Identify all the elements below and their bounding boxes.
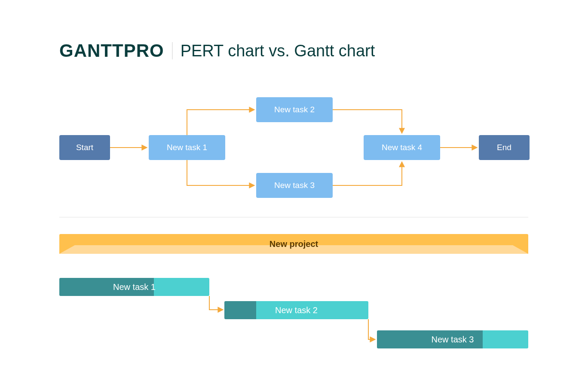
- pert-node-task2: New task 2: [256, 97, 333, 122]
- logo: GANTTPRO: [59, 40, 164, 61]
- page-title: PERT chart vs. Gantt chart: [181, 42, 375, 60]
- gantt-project-bar: New project: [59, 234, 528, 254]
- gantt-connector-2-3: [368, 319, 375, 339]
- header-divider: [172, 42, 173, 59]
- gantt-bar-label: New task 2: [224, 305, 368, 315]
- arrow-t1-t2: [187, 110, 254, 135]
- section-separator: [59, 217, 528, 218]
- gantt-bar-2: New task 2: [224, 301, 368, 319]
- pert-node-task1: New task 1: [149, 135, 225, 160]
- pert-node-label: Start: [76, 143, 93, 152]
- pert-node-label: New task 4: [382, 143, 422, 152]
- pert-node-task4: New task 4: [364, 135, 440, 160]
- pert-node-label: New task 3: [274, 181, 315, 190]
- pert-node-start: Start: [59, 135, 110, 160]
- gantt-bar-3: New task 3: [377, 330, 528, 348]
- gantt-project-bar-wrap: New project: [59, 234, 528, 254]
- pert-node-label: End: [497, 143, 511, 152]
- gantt-bar-label: New task 1: [59, 282, 209, 292]
- project-bar-cap-left: [59, 245, 75, 254]
- project-bar-cap-right: [513, 245, 528, 254]
- header: GANTTPRO PERT chart vs. Gantt chart: [59, 40, 375, 61]
- gantt-bar-label: New task 3: [377, 335, 528, 345]
- pert-node-label: New task 1: [167, 143, 207, 152]
- gantt-bar-1: New task 1: [59, 278, 209, 296]
- arrow-t3-t4: [333, 162, 402, 185]
- pert-node-task3: New task 3: [256, 173, 333, 198]
- pert-node-label: New task 2: [274, 105, 315, 114]
- arrow-t1-t3: [187, 160, 254, 185]
- diagram-canvas: GANTTPRO PERT chart vs. Gantt chart Star…: [0, 0, 588, 382]
- pert-node-end: End: [479, 135, 530, 160]
- arrow-t2-t4: [333, 110, 402, 133]
- gantt-connector-1-2: [209, 296, 223, 310]
- gantt-project-label: New project: [270, 239, 318, 249]
